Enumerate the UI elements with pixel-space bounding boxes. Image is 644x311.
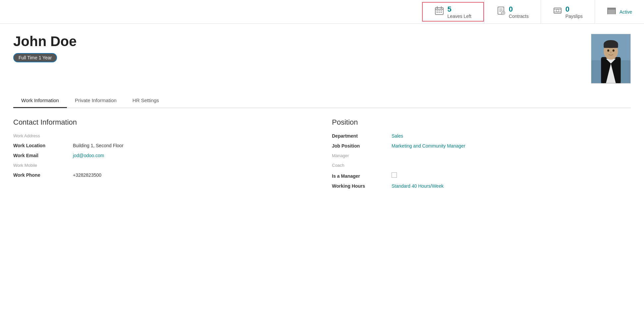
employee-name: John Doe xyxy=(13,34,77,49)
is-manager-row: Is a Manager xyxy=(332,172,631,179)
profile-header: John Doe Full Time 1 Year xyxy=(13,34,631,84)
tab-private-information[interactable]: Private Information xyxy=(67,93,125,108)
work-address-row: Work Address xyxy=(13,133,312,138)
job-position-row: Job Position Marketing and Community Man… xyxy=(332,143,631,149)
tab-work-information[interactable]: Work Information xyxy=(13,93,67,108)
svg-rect-9 xyxy=(441,12,442,13)
tabs: Work Information Private Information HR … xyxy=(13,93,631,108)
svg-rect-4 xyxy=(437,10,438,11)
active-icon xyxy=(607,7,616,17)
active-label: Active xyxy=(619,9,632,15)
position-section: Position Department Sales Job Position M… xyxy=(332,118,631,193)
svg-rect-22 xyxy=(608,10,615,14)
leaves-button[interactable]: 5 Leaves Left xyxy=(422,2,484,22)
profile-info: John Doe Full Time 1 Year xyxy=(13,34,77,62)
payslips-count: 0 xyxy=(565,5,583,14)
work-location-label: Work Location xyxy=(13,143,73,148)
manager-label: Manager xyxy=(332,153,392,158)
main-content: John Doe Full Time 1 Year xyxy=(0,24,644,203)
svg-point-33 xyxy=(613,49,615,52)
department-value[interactable]: Sales xyxy=(392,133,631,139)
contracts-button[interactable]: 0 Contracts xyxy=(484,0,541,24)
is-manager-label: Is a Manager xyxy=(332,173,392,179)
leaves-count: 5 xyxy=(447,5,471,14)
svg-rect-7 xyxy=(437,12,438,13)
work-mobile-label: Work Mobile xyxy=(13,163,73,168)
work-location-value: Building 1, Second Floor xyxy=(73,143,312,148)
svg-rect-6 xyxy=(441,10,442,11)
work-mobile-row: Work Mobile xyxy=(13,163,312,168)
svg-rect-5 xyxy=(439,10,440,11)
contracts-label: Contracts xyxy=(509,14,529,19)
work-email-row: Work Email jod@odoo.com xyxy=(13,153,312,158)
contracts-count: 0 xyxy=(509,5,529,14)
is-manager-checkbox[interactable] xyxy=(392,172,397,178)
job-position-label: Job Position xyxy=(332,143,392,149)
svg-point-18 xyxy=(556,9,559,12)
work-address-label: Work Address xyxy=(13,133,73,138)
contact-section-title: Contact Information xyxy=(13,118,312,127)
avatar[interactable] xyxy=(591,34,631,84)
manager-row: Manager xyxy=(332,153,631,158)
work-phone-row: Work Phone +3282823500 xyxy=(13,172,312,178)
top-bar: 5 Leaves Left 0 Contracts xyxy=(0,0,644,24)
work-email-value[interactable]: jod@odoo.com xyxy=(73,153,312,158)
svg-point-32 xyxy=(607,49,609,52)
coach-label: Coach xyxy=(332,163,392,168)
work-email-label: Work Email xyxy=(13,153,73,158)
payslips-button[interactable]: 0 Payslips xyxy=(541,0,595,24)
svg-rect-17 xyxy=(554,8,561,13)
work-phone-label: Work Phone xyxy=(13,172,73,178)
leaves-label: Leaves Left xyxy=(447,14,471,19)
payslips-icon xyxy=(553,6,562,18)
calendar-icon xyxy=(435,6,444,18)
coach-row: Coach xyxy=(332,163,631,168)
payslips-label: Payslips xyxy=(565,14,583,19)
contact-section: Contact Information Work Address Work Lo… xyxy=(13,118,312,193)
active-button[interactable]: Active xyxy=(595,0,644,24)
employee-badge[interactable]: Full Time 1 Year xyxy=(13,53,57,62)
department-row: Department Sales xyxy=(332,133,631,139)
department-label: Department xyxy=(332,133,392,139)
svg-rect-8 xyxy=(439,12,440,13)
svg-rect-31 xyxy=(604,43,618,48)
work-phone-value: +3282823500 xyxy=(73,172,312,178)
job-position-value[interactable]: Marketing and Community Manager xyxy=(392,143,631,149)
working-hours-value[interactable]: Standard 40 Hours/Week xyxy=(392,183,631,189)
contracts-icon xyxy=(496,6,506,18)
position-section-title: Position xyxy=(332,118,631,127)
working-hours-row: Working Hours Standard 40 Hours/Week xyxy=(332,183,631,189)
tab-hr-settings[interactable]: HR Settings xyxy=(125,93,167,108)
avatar-image xyxy=(591,34,630,84)
working-hours-label: Working Hours xyxy=(332,183,392,189)
work-location-row: Work Location Building 1, Second Floor xyxy=(13,143,312,148)
content-grid: Contact Information Work Address Work Lo… xyxy=(13,118,631,193)
